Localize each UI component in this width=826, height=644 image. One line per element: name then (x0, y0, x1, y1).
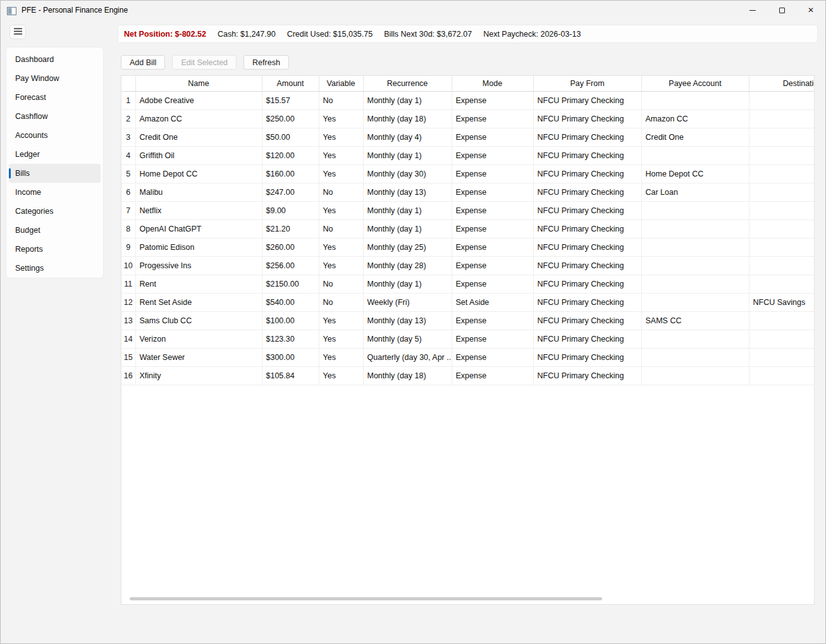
row-number: 10 (121, 256, 135, 275)
cell-pay-from: NFCU Primary Checking (533, 201, 641, 220)
close-icon: ✕ (808, 6, 814, 14)
sidebar-item-ledger[interactable]: Ledger (9, 145, 101, 164)
cell-payee-account: Amazon CC (641, 109, 749, 128)
column-header-payee-account[interactable]: Payee Account (641, 76, 749, 91)
cell-destination (749, 109, 815, 128)
add-bill-button[interactable]: Add Bill (121, 55, 165, 70)
table-row[interactable]: 15Water Sewer$300.00YesQuarterly (day 30… (121, 348, 815, 366)
cell-pay-from: NFCU Primary Checking (533, 293, 641, 311)
sidebar-item-budget[interactable]: Budget (9, 221, 101, 240)
cell-destination (749, 366, 815, 385)
app-window: PFE - Personal Finance Engine ✕ Net Posi… (0, 0, 826, 644)
sidebar-item-pay-window[interactable]: Pay Window (9, 69, 101, 88)
window-controls: ✕ (738, 1, 825, 20)
table-header-row: NameAmountVariableRecurrenceModePay From… (121, 76, 815, 91)
row-number: 12 (121, 293, 135, 311)
cell-name: Griffith Oil (135, 146, 262, 164)
cell-pay-from: NFCU Primary Checking (533, 164, 641, 183)
table-row[interactable]: 16Xfinity$105.84YesMonthly (day 18)Expen… (121, 366, 815, 385)
cell-amount: $300.00 (262, 348, 319, 366)
cell-payee-account: Home Depot CC (641, 164, 749, 183)
cell-amount: $120.00 (262, 146, 319, 164)
cell-variable: Yes (319, 128, 363, 146)
sidebar-item-reports[interactable]: Reports (9, 240, 101, 259)
cell-destination (749, 311, 815, 330)
cell-variable: Yes (319, 109, 363, 128)
edit-selected-button[interactable]: Edit Selected (172, 55, 237, 70)
column-header-mode[interactable]: Mode (452, 76, 533, 91)
cell-mode: Expense (452, 109, 533, 128)
app-icon (7, 6, 16, 15)
table-row[interactable]: 7Netflix$9.00YesMonthly (day 1)ExpenseNF… (121, 201, 815, 220)
table-row[interactable]: 8OpenAI ChatGPT$21.20NoMonthly (day 1)Ex… (121, 220, 815, 238)
cell-payee-account: Credit One (641, 128, 749, 146)
table-row[interactable]: 14Verizon$123.30YesMonthly (day 5)Expens… (121, 330, 815, 348)
cell-amount: $9.00 (262, 201, 319, 220)
column-header-amount[interactable]: Amount (262, 76, 319, 91)
table-row[interactable]: 12Rent Set Aside$540.00NoWeekly (Fri)Set… (121, 293, 815, 311)
next-paycheck-stat: Next Paycheck: 2026-03-13 (483, 30, 581, 39)
bills-table: NameAmountVariableRecurrenceModePay From… (121, 75, 815, 605)
row-number: 11 (121, 275, 135, 293)
sidebar-item-label: Accounts (15, 131, 47, 140)
cell-variable: Yes (319, 164, 363, 183)
cell-recurrence: Monthly (day 4) (363, 128, 452, 146)
sidebar-item-categories[interactable]: Categories (9, 202, 101, 221)
maximize-button[interactable] (767, 1, 796, 20)
sidebar-item-forecast[interactable]: Forecast (9, 88, 101, 107)
table-row[interactable]: 3Credit One$50.00YesMonthly (day 4)Expen… (121, 128, 815, 146)
sidebar-item-label: Ledger (15, 150, 40, 159)
column-header-destination[interactable]: Destination (749, 76, 815, 91)
table-row[interactable]: 13Sams Club CC$100.00YesMonthly (day 13)… (121, 311, 815, 330)
table-row[interactable]: 1Adobe Creative$15.57NoMonthly (day 1)Ex… (121, 91, 815, 109)
cell-pay-from: NFCU Primary Checking (533, 146, 641, 164)
sidebar-item-bills[interactable]: Bills (9, 164, 101, 183)
table-row[interactable]: 11Rent$2150.00NoMonthly (day 1)ExpenseNF… (121, 275, 815, 293)
cell-destination (749, 128, 815, 146)
column-header-pay-from[interactable]: Pay From (533, 76, 641, 91)
cell-recurrence: Monthly (day 1) (363, 91, 452, 109)
cell-name: Verizon (135, 330, 262, 348)
menu-toggle-button[interactable] (9, 25, 26, 39)
sidebar-item-cashflow[interactable]: Cashflow (9, 107, 101, 126)
cell-name: Netflix (135, 201, 262, 220)
cell-name: Rent Set Aside (135, 293, 262, 311)
cell-destination (749, 220, 815, 238)
minimize-button[interactable] (738, 1, 767, 20)
cell-destination (749, 91, 815, 109)
sidebar-item-dashboard[interactable]: Dashboard (9, 50, 101, 69)
cell-destination (749, 330, 815, 348)
sidebar-item-label: Income (15, 188, 41, 197)
cell-name: Malibu (135, 183, 262, 201)
cell-payee-account (641, 91, 749, 109)
table-row[interactable]: 6Malibu$247.00NoMonthly (day 13)ExpenseN… (121, 183, 815, 201)
table-row[interactable]: 9Patomic Edison$260.00YesMonthly (day 25… (121, 238, 815, 256)
cell-recurrence: Monthly (day 18) (363, 366, 452, 385)
cell-amount: $105.84 (262, 366, 319, 385)
sidebar-item-income[interactable]: Income (9, 183, 101, 202)
cell-recurrence: Monthly (day 18) (363, 109, 452, 128)
cell-name: Xfinity (135, 366, 262, 385)
table-row[interactable]: 4Griffith Oil$120.00YesMonthly (day 1)Ex… (121, 146, 815, 164)
close-button[interactable]: ✕ (796, 1, 825, 20)
cell-mode: Set Aside (452, 293, 533, 311)
sidebar-item-label: Dashboard (15, 55, 54, 64)
table-row[interactable]: 5Home Depot CC$160.00YesMonthly (day 30)… (121, 164, 815, 183)
cell-pay-from: NFCU Primary Checking (533, 330, 641, 348)
cell-variable: No (319, 220, 363, 238)
refresh-button[interactable]: Refresh (243, 55, 289, 70)
sidebar-item-settings[interactable]: Settings (9, 259, 101, 278)
column-header-name[interactable]: Name (135, 76, 262, 91)
column-header-recurrence[interactable]: Recurrence (363, 76, 452, 91)
cell-payee-account (641, 330, 749, 348)
horizontal-scrollbar-thumb[interactable] (130, 597, 602, 600)
sidebar-item-accounts[interactable]: Accounts (9, 126, 101, 145)
cell-amount: $2150.00 (262, 275, 319, 293)
row-number: 14 (121, 330, 135, 348)
column-header-variable[interactable]: Variable (319, 76, 363, 91)
table-row[interactable]: 10Progessive Ins$256.00YesMonthly (day 2… (121, 256, 815, 275)
cell-amount: $250.00 (262, 109, 319, 128)
cell-recurrence: Monthly (day 5) (363, 330, 452, 348)
table-body: 1Adobe Creative$15.57NoMonthly (day 1)Ex… (121, 91, 815, 385)
table-row[interactable]: 2Amazon CC$250.00YesMonthly (day 18)Expe… (121, 109, 815, 128)
